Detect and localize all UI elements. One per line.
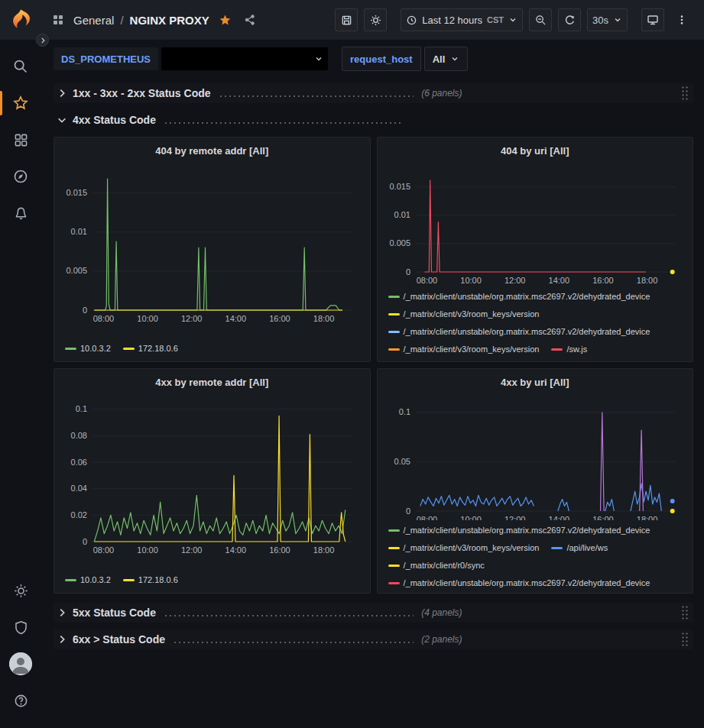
chevron-right-icon (39, 37, 47, 44)
refresh-button[interactable] (558, 8, 581, 31)
breadcrumb-separator: / (120, 14, 123, 27)
row-drag-handle[interactable] (681, 632, 689, 647)
zoom-out-button[interactable] (529, 8, 552, 31)
svg-text:12:00: 12:00 (181, 314, 203, 323)
legend-item[interactable]: 172.18.0.6 (123, 341, 178, 357)
dashboard-content: 1xx - 3xx - 2xx Status Code (6 panels) 4… (41, 76, 704, 728)
chart-404-by-uri: 00.0050.010.01508:0010:0012:0014:0016:00… (385, 163, 686, 286)
legend-item[interactable]: /_matrix/client/unstable/org.matrix.msc2… (388, 575, 650, 588)
legend-label: /_matrix/client/unstable/org.matrix.msc2… (404, 289, 650, 305)
panel-legend: /_matrix/client/unstable/org.matrix.msc2… (385, 520, 686, 588)
sidebar-item-search[interactable] (0, 51, 41, 82)
favorite-star-button[interactable] (216, 11, 235, 30)
svg-text:0.015: 0.015 (389, 182, 410, 191)
row-title: 1xx - 3xx - 2xx Status Code (73, 87, 211, 99)
panel-4xx-by-uri: 4xx by uri [All] 00.050.108:0010:0012:00… (377, 368, 694, 594)
svg-text:18:00: 18:00 (636, 515, 657, 520)
svg-text:0.08: 0.08 (71, 431, 87, 440)
chevron-down-icon (314, 54, 323, 63)
apps-grid-icon (49, 11, 67, 29)
svg-text:16:00: 16:00 (592, 276, 614, 285)
sidebar-item-help[interactable] (0, 685, 41, 716)
row-drag-handle[interactable] (681, 605, 689, 620)
more-options-button[interactable] (670, 8, 693, 31)
sidebar-expand-button[interactable] (36, 34, 49, 47)
sidebar-item-dashboards[interactable] (0, 125, 41, 155)
legend-item[interactable]: /_matrix/client/r0/sync (388, 558, 485, 574)
time-range-picker[interactable]: Last 12 hours CST (401, 8, 523, 31)
sidebar-item-alerting[interactable] (0, 198, 41, 228)
legend-item[interactable]: 10.0.3.2 (65, 572, 111, 588)
row-1xx-3xx-2xx[interactable]: 1xx - 3xx - 2xx Status Code (6 panels) (54, 83, 693, 103)
legend-label: /_matrix/client/v3/room_keys/version (404, 306, 540, 322)
tv-mode-button[interactable] (641, 8, 664, 31)
svg-text:0.06: 0.06 (71, 458, 87, 467)
sidebar-bottom (0, 575, 41, 722)
legend-item[interactable]: /_matrix/client/unstable/org.matrix.msc2… (388, 324, 650, 340)
variable-datasource: DS_PROMETHEUS (54, 47, 328, 70)
chevron-down-icon (450, 54, 459, 63)
panel-title[interactable]: 4xx by uri [All] (385, 374, 686, 392)
legend-item[interactable]: /_matrix/client/v3/room_keys/version (388, 540, 540, 556)
panel-title[interactable]: 4xx by remote addr [All] (62, 374, 362, 392)
panel-legend: 10.0.3.2172.18.0.6 (62, 570, 362, 588)
row-dotted-leader (219, 95, 414, 97)
breadcrumb: General / NGINX PROXY (49, 11, 259, 30)
legend-item[interactable]: 172.18.0.6 (123, 572, 178, 588)
datasource-variable-value-dropdown[interactable] (161, 47, 328, 70)
sidebar-item-profile[interactable] (0, 649, 41, 679)
legend-item[interactable]: /_matrix/client/v3/room_keys/version (388, 341, 540, 357)
datasource-variable-label[interactable]: DS_PROMETHEUS (54, 47, 158, 70)
svg-text:14:00: 14:00 (548, 515, 569, 520)
breadcrumb-folder[interactable]: General (73, 14, 114, 27)
panel-title[interactable]: 404 by uri [All] (385, 142, 686, 160)
dashboard-settings-button[interactable] (364, 8, 387, 31)
help-icon (14, 694, 28, 708)
legend-item[interactable]: /api/live/ws (551, 540, 608, 556)
svg-text:0: 0 (83, 306, 87, 315)
legend-label: /_matrix/client/v3/room_keys/version (404, 341, 540, 357)
svg-text:16:00: 16:00 (269, 545, 290, 555)
chevron-down-icon (508, 15, 517, 24)
legend-item[interactable]: /_matrix/client/v3/room_keys/version (388, 306, 540, 322)
legend-swatch (388, 582, 400, 584)
panel-4xx-by-remote-addr: 4xx by remote addr [All] 00.020.040.060.… (54, 368, 371, 594)
grafana-logo[interactable] (0, 8, 41, 31)
row-drag-handle[interactable] (681, 86, 689, 101)
request-host-variable-label[interactable]: request_host (342, 47, 421, 71)
row-5xx[interactable]: 5xx Status Code (4 panels) (54, 603, 693, 623)
save-dashboard-button[interactable] (335, 8, 358, 31)
legend-item[interactable]: /_matrix/client/unstable/org.matrix.msc2… (388, 523, 650, 539)
legend-swatch (388, 313, 400, 315)
refresh-interval-dropdown[interactable]: 30s (587, 8, 628, 31)
compass-icon (13, 169, 28, 184)
svg-text:14:00: 14:00 (548, 276, 569, 285)
legend-swatch (65, 348, 76, 350)
panel-404-by-remote-addr: 404 by remote addr [All] 00.0050.010.015… (54, 137, 371, 362)
svg-text:08:00: 08:00 (93, 314, 115, 323)
sidebar-item-server-admin[interactable] (0, 612, 41, 642)
legend-item[interactable]: 10.0.3.2 (65, 341, 111, 357)
row-6xx[interactable]: 6xx > Status Code (2 panels) (54, 629, 693, 649)
chevron-down-icon (57, 115, 67, 125)
row-dotted-leader (164, 122, 404, 124)
panel-title[interactable]: 404 by remote addr [All] (62, 142, 362, 160)
user-silhouette-icon (9, 652, 32, 675)
svg-text:10:00: 10:00 (137, 545, 158, 555)
svg-text:14:00: 14:00 (225, 545, 247, 555)
chevron-right-icon (57, 634, 67, 645)
legend-item[interactable]: /sw.js (551, 341, 587, 357)
dashboards-grid-icon (14, 133, 28, 147)
svg-text:18:00: 18:00 (313, 545, 335, 555)
chevron-right-icon (57, 88, 67, 99)
request-host-variable-value: All (433, 53, 446, 65)
sidebar-item-explore[interactable] (0, 161, 41, 192)
row-4xx[interactable]: 4xx Status Code (54, 110, 693, 130)
sidebar-item-starred[interactable] (0, 88, 41, 118)
legend-item[interactable]: /_matrix/client/unstable/org.matrix.msc2… (388, 289, 650, 305)
request-host-variable-value-dropdown[interactable]: All (424, 47, 469, 71)
svg-text:0.005: 0.005 (389, 238, 410, 248)
sidebar-item-settings[interactable] (0, 575, 41, 606)
share-dashboard-button[interactable] (241, 11, 259, 29)
svg-text:10:00: 10:00 (460, 515, 482, 520)
